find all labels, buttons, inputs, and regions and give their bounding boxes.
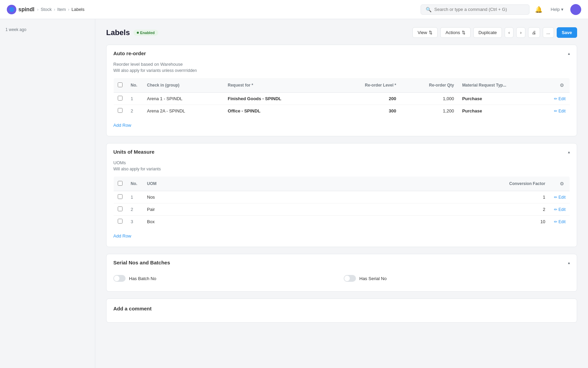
nav-right: 🔍 🔔 Help ▾ (421, 4, 581, 15)
uom-row2-edit-link[interactable]: ✏ Edit (554, 207, 566, 212)
units-of-measure-title: Units of Measure (113, 149, 154, 155)
breadcrumb: › Stock › Item › Labels (37, 7, 84, 12)
search-input[interactable] (434, 7, 524, 12)
uom-row1-check (114, 191, 127, 203)
save-button[interactable]: Save (557, 27, 577, 38)
breadcrumb-labels[interactable]: Labels (71, 7, 84, 12)
auto-reorder-header[interactable]: Auto re-order ▴ (107, 45, 577, 62)
avatar[interactable] (570, 4, 581, 15)
uom-row2-checkbox[interactable] (118, 206, 122, 211)
uom-row2-check (114, 203, 127, 216)
uom-row1-edit-link[interactable]: ✏ Edit (554, 195, 566, 200)
next-icon: › (520, 30, 521, 35)
row2-checkbox[interactable] (118, 108, 122, 113)
breadcrumb-stock[interactable]: Stock (40, 7, 52, 12)
status-badge: Enabled (133, 30, 158, 36)
serial-nos-batches-section: Serial Nos and Batches ▴ Has Batch No (106, 254, 577, 292)
table-row: 2 Arena 2A - SPINDL Office - SPINDL 300 … (114, 105, 570, 117)
add-comment-title: Add a comment (113, 306, 570, 311)
row1-material-request-type: Purchase (458, 93, 549, 105)
gear-button-reorder[interactable]: ⚙ (558, 81, 566, 89)
serial-nos-body: Has Batch No Has Serial No (107, 275, 577, 291)
header-check-in-group: Check in (group) (143, 78, 224, 93)
row1-no: 1 (127, 93, 143, 105)
logo[interactable]: 🌐 spindl (7, 5, 34, 14)
top-nav: 🌐 spindl › Stock › Item › Labels 🔍 🔔 Hel… (0, 0, 588, 19)
row2-edit-link[interactable]: ✏ Edit (554, 109, 566, 113)
auto-reorder-toggle-icon: ▴ (568, 51, 570, 56)
add-row-button-reorder[interactable]: Add Row (113, 121, 131, 129)
header-reorder-qty: Re-order Qty (400, 78, 458, 93)
table-row: 2 Pair 2 ✏ Edit (114, 203, 570, 216)
page-title-area: Labels Enabled (106, 28, 158, 37)
uom-row3-edit: ✏ Edit (550, 216, 570, 228)
units-of-measure-section: Units of Measure ▴ UOMs Will also apply … (106, 143, 577, 247)
uom-toggle-icon: ▴ (568, 150, 570, 154)
table-row: 3 Box 10 ✏ Edit (114, 216, 570, 228)
sidebar-timestamp: 1 week ago (0, 23, 95, 36)
units-of-measure-header[interactable]: Units of Measure ▴ (107, 143, 577, 160)
serial-nos-header[interactable]: Serial Nos and Batches ▴ (107, 254, 577, 271)
uom-header-no: No. (127, 177, 143, 191)
has-batch-no-toggle[interactable] (113, 275, 126, 282)
row1-reorder-level: 200 (331, 93, 400, 105)
uom-subdesc: Will also apply for variants (113, 167, 570, 171)
uom-row1-edit: ✏ Edit (550, 191, 570, 203)
auto-reorder-title: Auto re-order (113, 50, 146, 56)
breadcrumb-sep-2: › (68, 7, 69, 12)
uom-row1-conversion: 1 (259, 191, 549, 203)
prev-button[interactable]: ‹ (505, 27, 513, 38)
table-row: 1 Nos 1 ✏ Edit (114, 191, 570, 203)
uom-row3-edit-link[interactable]: ✏ Edit (554, 219, 566, 224)
add-row-button-uom[interactable]: Add Row (113, 232, 131, 240)
gear-button-uom[interactable]: ⚙ (558, 180, 566, 188)
uom-select-all[interactable] (118, 181, 122, 186)
row1-reorder-qty: 1,000 (400, 93, 458, 105)
row1-checkbox[interactable] (118, 96, 122, 101)
uom-row3-check (114, 216, 127, 228)
uom-row1-uom: Nos (143, 191, 259, 203)
help-button[interactable]: Help ▾ (548, 5, 566, 13)
search-bar[interactable]: 🔍 (421, 4, 529, 15)
row1-edit-link[interactable]: ✏ Edit (554, 96, 566, 101)
header-reorder-level: Re-order Level * (331, 78, 400, 93)
help-chevron: ▾ (561, 7, 564, 12)
more-label: ... (546, 30, 550, 35)
actions-button[interactable]: Actions ⇅ (440, 27, 471, 38)
select-all-checkbox[interactable] (118, 82, 122, 87)
uom-header-row: No. UOM Conversion Factor ⚙ (114, 177, 570, 191)
units-of-measure-body: UOMs Will also apply for variants No. UO… (107, 160, 577, 247)
header-settings: ⚙ (550, 78, 570, 93)
duplicate-button[interactable]: Duplicate (473, 27, 502, 38)
header-material-request-type: Material Request Typ... (458, 78, 549, 93)
uom-row3-no: 3 (127, 216, 143, 228)
row2-reorder-qty: 1,200 (400, 105, 458, 117)
uom-row3-uom: Box (143, 216, 259, 228)
has-serial-no-label: Has Serial No (359, 276, 387, 281)
breadcrumb-item[interactable]: Item (57, 7, 66, 12)
view-button[interactable]: View ⇅ (412, 27, 438, 38)
next-button[interactable]: › (516, 27, 525, 38)
print-button[interactable]: 🖨 (528, 27, 540, 38)
actions-chevron: ⇅ (462, 30, 466, 35)
header-request-for: Request for * (224, 78, 331, 93)
more-button[interactable]: ... (543, 27, 554, 38)
uom-desc: UOMs (113, 160, 570, 165)
uom-row2-uom: Pair (143, 203, 259, 216)
header-check (114, 78, 127, 93)
has-serial-no-toggle[interactable] (344, 275, 356, 282)
notification-bell-button[interactable]: 🔔 (534, 4, 544, 15)
status-label: Enabled (140, 31, 155, 35)
serial-nos-title: Serial Nos and Batches (113, 260, 170, 265)
row2-check (114, 105, 127, 117)
auto-reorder-subdesc: Will also apply for variants unless over… (113, 68, 570, 73)
prev-icon: ‹ (508, 30, 510, 35)
header-actions: View ⇅ Actions ⇅ Duplicate ‹ › 🖨 (412, 27, 577, 38)
logo-icon: 🌐 (7, 5, 16, 14)
uom-row3-checkbox[interactable] (118, 219, 122, 224)
breadcrumb-sep-0: › (37, 7, 38, 12)
page-header: Labels Enabled View ⇅ Actions ⇅ Duplicat… (106, 27, 577, 38)
uom-header-check (114, 177, 127, 191)
uom-row1-checkbox[interactable] (118, 194, 122, 199)
auto-reorder-table: No. Check in (group) Request for * Re-or… (113, 78, 570, 117)
